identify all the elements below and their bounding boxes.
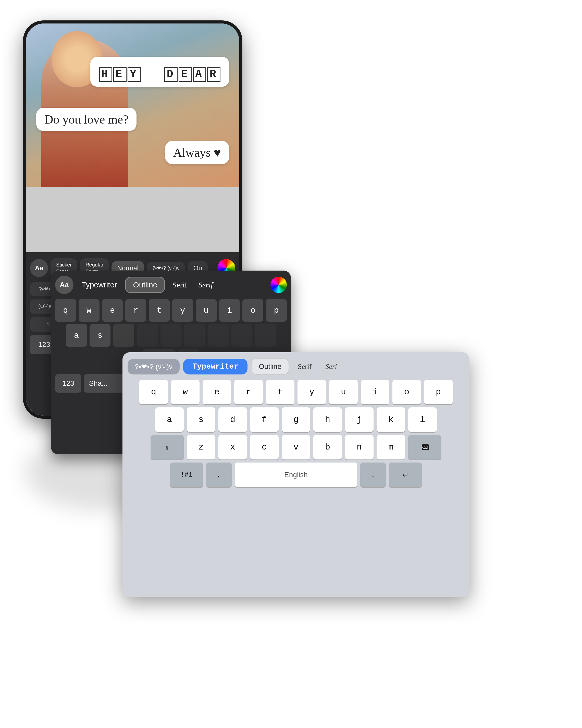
key-q-mid[interactable]: q bbox=[55, 299, 76, 322]
tab-typewriter-front[interactable]: Typewriter bbox=[183, 359, 247, 374]
key-k-mid[interactable] bbox=[232, 324, 253, 347]
key-d-mid[interactable] bbox=[113, 324, 134, 347]
key-shift[interactable]: ⇧ bbox=[151, 435, 184, 460]
key-a[interactable]: a bbox=[155, 408, 184, 432]
letter-d: D bbox=[164, 67, 178, 82]
key-m[interactable]: m bbox=[377, 435, 405, 460]
key-g-mid[interactable] bbox=[160, 324, 182, 347]
key-z[interactable]: z bbox=[187, 435, 215, 460]
key-l-mid[interactable] bbox=[255, 324, 276, 347]
key-j-mid[interactable] bbox=[208, 324, 229, 347]
chat-area: HEY DEAR Do you love me? Always ♥ bbox=[26, 24, 239, 187]
chat-bubble-hey: HEY DEAR bbox=[90, 57, 229, 87]
tab-serif-front[interactable]: Serif bbox=[293, 359, 317, 374]
key-f[interactable]: f bbox=[250, 408, 279, 432]
tab-outline-mid[interactable]: Outline bbox=[125, 277, 165, 293]
keys-row1-front: q w e r t y u i o p bbox=[128, 380, 465, 404]
key-p[interactable]: p bbox=[424, 380, 453, 404]
key-k[interactable]: k bbox=[377, 408, 405, 432]
key-v[interactable]: v bbox=[282, 435, 310, 460]
key-j[interactable]: j bbox=[345, 408, 374, 432]
key-y-mid[interactable]: y bbox=[172, 299, 193, 322]
key-return[interactable]: ↵ bbox=[389, 463, 422, 487]
key-t-mid[interactable]: t bbox=[149, 299, 170, 322]
num-button-mid[interactable]: 123 bbox=[55, 374, 81, 393]
keys-row3-front: ⇧ z x c v b n m ⌫ bbox=[128, 435, 465, 460]
key-r[interactable]: r bbox=[234, 380, 263, 404]
key-p-mid[interactable]: p bbox=[266, 299, 287, 322]
key-w-mid[interactable]: w bbox=[79, 299, 100, 322]
key-i[interactable]: i bbox=[361, 380, 389, 404]
keyboard-front-light[interactable]: ?•❤•? (ν'-')ν Typewriter Outline Serif S… bbox=[123, 352, 470, 597]
tab-serif-italic-front[interactable]: Seri bbox=[320, 359, 342, 374]
key-comma[interactable]: , bbox=[206, 463, 232, 487]
key-b[interactable]: b bbox=[313, 435, 342, 460]
tab-serif-mid[interactable]: Serif bbox=[168, 278, 191, 292]
chat-bubble-love: Do you love me? bbox=[36, 108, 136, 131]
letter-y: Y bbox=[128, 67, 141, 82]
font-tabs-front: ?•❤•? (ν'-')ν Typewriter Outline Serif S… bbox=[128, 358, 465, 375]
key-x[interactable]: x bbox=[218, 435, 247, 460]
keys-row1-mid: q w e r t y u i o p bbox=[55, 299, 287, 322]
key-n[interactable]: n bbox=[345, 435, 374, 460]
letter-e2: E bbox=[179, 67, 192, 82]
key-u[interactable]: u bbox=[329, 380, 358, 404]
key-u-mid[interactable]: u bbox=[196, 299, 217, 322]
key-e-mid[interactable]: e bbox=[102, 299, 123, 322]
letter-a: A bbox=[193, 67, 206, 82]
key-o[interactable]: o bbox=[392, 380, 421, 404]
key-y[interactable]: y bbox=[297, 380, 326, 404]
key-w[interactable]: w bbox=[171, 380, 200, 404]
letter-h: H bbox=[99, 67, 112, 82]
key-a-mid[interactable]: a bbox=[66, 324, 87, 347]
keys-row4-front: !#1 , English . ↵ bbox=[128, 463, 465, 487]
tab-rainbow-mid[interactable] bbox=[270, 277, 287, 293]
tab-outline-front[interactable]: Outline bbox=[251, 358, 289, 375]
keys-row2-front: a s d f g h j k l bbox=[128, 408, 465, 432]
key-e[interactable]: e bbox=[203, 380, 231, 404]
key-d[interactable]: d bbox=[218, 408, 247, 432]
key-l[interactable]: l bbox=[408, 408, 437, 432]
key-s-mid[interactable]: s bbox=[89, 324, 111, 347]
key-s[interactable]: s bbox=[187, 408, 215, 432]
key-r-mid[interactable]: r bbox=[125, 299, 146, 322]
key-o-mid[interactable]: o bbox=[242, 299, 263, 322]
key-h[interactable]: h bbox=[313, 408, 342, 432]
key-symbols[interactable]: !#1 bbox=[170, 463, 203, 487]
tab-serif-italic-mid[interactable]: Serif bbox=[194, 278, 217, 292]
key-q[interactable]: q bbox=[139, 380, 168, 404]
key-h-mid[interactable] bbox=[184, 324, 205, 347]
tab-typewriter-mid[interactable]: Typewriter bbox=[77, 278, 122, 292]
letter-e: E bbox=[113, 67, 127, 82]
key-backspace[interactable]: ⌫ bbox=[408, 435, 442, 460]
key-t[interactable]: t bbox=[266, 380, 294, 404]
keys-row2-mid: a s bbox=[55, 324, 287, 347]
svg-text:⌫: ⌫ bbox=[422, 445, 428, 449]
key-space[interactable]: English bbox=[235, 463, 357, 487]
tab-aa-mid[interactable]: Aa bbox=[55, 276, 74, 294]
letter-r: R bbox=[207, 67, 220, 82]
chat-bubble-always: Always ♥ bbox=[165, 141, 229, 164]
key-dot[interactable]: . bbox=[360, 463, 386, 487]
font-tabs-mid: Aa Typewriter Outline Serif Serif bbox=[55, 276, 287, 294]
letter-space bbox=[150, 62, 155, 77]
key-i-mid[interactable]: i bbox=[219, 299, 240, 322]
tab-aa-dark[interactable]: Aa bbox=[30, 259, 48, 277]
key-c[interactable]: c bbox=[250, 435, 279, 460]
key-g[interactable]: g bbox=[282, 408, 310, 432]
key-f-mid[interactable] bbox=[137, 324, 158, 347]
tab-fancy-front[interactable]: ?•❤•? (ν'-')ν bbox=[128, 359, 180, 374]
